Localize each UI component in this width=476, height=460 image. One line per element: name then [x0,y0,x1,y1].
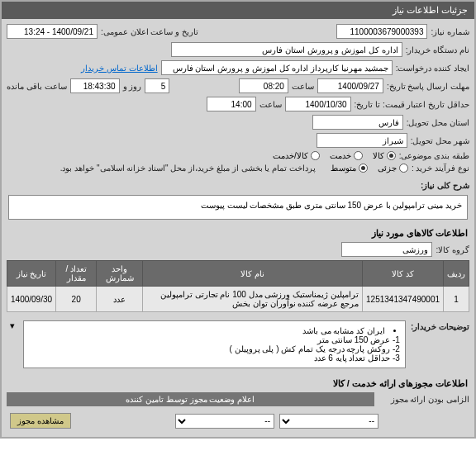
radio-medium[interactable]: متوسط [331,164,368,173]
status-select-2[interactable]: -- [175,414,274,429]
notes-list: ایران کد مشابه می باشد [29,326,400,335]
items-table: ردیف کد کالا نام کالا واحد شمارش تعداد /… [7,260,469,312]
label-hour2: ساعت [259,100,282,109]
cell-qty: 20 [56,287,97,312]
label-announce: تاریخ و ساعت اعلان عمومی: [101,27,198,36]
purchase-radio-group: جزئی متوسط [331,164,408,173]
field-buyer-org: اداره کل اموزش و پرورش استان فارس [171,42,402,57]
cell-name: ترامپلین ژیمناستیک ورزشی مدل 100 نام تجا… [143,287,363,312]
th-qty: تعداد / مقدار [56,261,97,287]
status-select-1[interactable]: -- [279,414,378,429]
field-city: شیراز [317,133,407,148]
row-need-no: شماره نیاز: 1100003679000393 تاریخ و ساع… [7,24,469,39]
label-deadline: مهلت ارسال پاسخ تاریخ: [387,82,469,91]
label-desc-title: شرح کلی نیاز: [421,181,469,190]
supplier-status-header: اعلام وضعیت مجوز توسط تامین کننده [7,392,374,406]
items-section-title: اطلاعات کالاهای مورد نیاز [7,225,469,242]
radio-label-goods: کالا [373,151,384,160]
permits-header-row: الزامی بودن ارائه مجوز اعلام وضعیت مجوز … [7,392,469,406]
label-need-no: شماره نیاز: [431,27,469,36]
row-buyer-notes: توضیحات خریدار: ایران کد مشابه می باشد 1… [7,317,469,372]
view-permit-button[interactable]: مشاهده مجوز [10,413,71,429]
field-deadline-date: 1400/09/27 [317,78,383,93]
th-unit: واحد شمارش [97,261,143,287]
permits-section-title: اطلاعات مجوزهای ارائه خدمت / کالا [7,375,469,392]
radio-circle-medium [359,164,368,173]
th-row: ردیف [444,261,469,287]
cell-date: 1400/09/30 [7,287,56,312]
radio-circle-goods [387,151,396,160]
cell-code: 1251341347490001 [363,287,444,312]
radio-label-service: خدمت [330,151,351,160]
category-radio-group: کالا خدمت کالا/خدمت [273,151,396,160]
label-buyer-org: نام دستگاه خریدار: [406,45,469,55]
main-panel: جزئیات اطلاعات نیاز شماره نیاز: 11000036… [0,0,476,439]
radio-circle-service [354,151,363,160]
desc-section: شرح کلی نیاز: خرید مینی ترامپولین با عرض… [7,181,469,220]
field-days: 5 [145,78,169,93]
row-buyer-org: نام دستگاه خریدار: اداره کل اموزش و پرور… [7,42,469,57]
note-item-3: 3- حداقل تعداد پایه 6 عدد [29,353,400,363]
row-province: استان محل تحویل: فارس [7,115,469,130]
row-goods-group: گروه کالا: ورزشی [7,242,469,257]
th-name: نام کالا [143,261,363,287]
description-box: خرید مینی ترامپولین با عرض 150 سانتی متر… [8,195,468,220]
field-goods-group: ورزشی [341,242,432,257]
label-category: طبقه بندی موضوعی: [399,151,469,160]
radio-circle-both [311,151,320,160]
radio-circle-small [399,164,408,173]
chevron-down-icon[interactable]: ▾ [7,317,18,334]
panel-body: شماره نیاز: 1100003679000393 تاریخ و ساع… [2,19,474,437]
radio-small[interactable]: جزئی [378,164,408,173]
permits-bottom-row: -- -- مشاهده مجوز [7,410,469,432]
label-requester: ایجاد کننده درخواست: [396,64,469,73]
radio-goods[interactable]: کالا [373,151,396,160]
row-city: شهر محل تحویل: شیراز [7,133,469,148]
field-requester: جمشید مهرنیا کارپرداز اداره کل اموزش و پ… [161,60,393,75]
label-province: استان محل تحویل: [407,118,469,127]
cell-idx: 1 [444,287,469,312]
radio-both[interactable]: کالا/خدمت [273,151,320,160]
note-item-1: 1- عرض 150 سانتی متر [29,335,400,344]
payment-note: پرداخت تمام یا بخشی از مبلغ خرید،از محل … [60,164,316,173]
field-province: فارس [312,115,403,130]
label-mandatory: الزامی بودن ارائه مجوز [391,395,469,404]
radio-service[interactable]: خدمت [330,151,363,160]
th-code: کد کالا [363,261,444,287]
row-validity: حداقل تاریخ اعتبار قیمت: تا تاریخ: 1400/… [7,97,469,111]
table-header-row: ردیف کد کالا نام کالا واحد شمارش تعداد /… [7,261,469,287]
radio-label-both: کالا/خدمت [273,151,308,160]
label-hour1: ساعت [292,82,314,91]
field-validity-time: 14:00 [207,97,256,111]
note-item-2: 2- روکش پارچه درجه یک تمام کش ( پلی پروپ… [29,344,400,353]
contact-link[interactable]: اطلاعات تماس خریدار [81,64,158,73]
cell-unit: عدد [97,287,143,312]
label-validity: حداقل تاریخ اعتبار قیمت: تا تاریخ: [355,100,469,109]
row-deadline: مهلت ارسال پاسخ تاریخ: 1400/09/27 ساعت 0… [7,78,469,93]
row-purchase-type: نوع فرآیند خرید : جزئی متوسط پرداخت تمام… [7,164,469,173]
panel-title: جزئیات اطلاعات نیاز [2,2,474,19]
radio-label-medium: متوسط [331,164,356,173]
label-purchase-type: نوع فرآیند خرید : [412,164,469,173]
row-category: طبقه بندی موضوعی: کالا خدمت کالا/خدمت [7,151,469,160]
th-date: تاریخ نیاز [7,261,56,287]
field-deadline-time: 08:20 [239,78,288,93]
row-requester: ایجاد کننده درخواست: جمشید مهرنیا کارپرد… [7,60,469,75]
label-city: شهر محل تحویل: [411,136,469,145]
table-row: 1 1251341347490001 ترامپلین ژیمناستیک ور… [7,287,469,312]
field-need-no: 1100003679000393 [336,24,427,39]
radio-label-small: جزئی [378,164,397,173]
buyer-notes-box: ایران کد مشابه می باشد 1- عرض 150 سانتی … [23,320,406,368]
label-remaining: ساعت باقی مانده [7,82,67,91]
label-goods-group: گروه کالا: [436,245,469,254]
label-buyer-notes: توضیحات خریدار: [411,317,469,331]
field-announce: 1400/09/21 - 13:24 [7,24,98,39]
note-intro: ایران کد مشابه می باشد [29,326,385,335]
field-remaining-time: 18:43:30 [70,78,120,93]
label-day-and: روز و [123,82,142,91]
field-validity-date: 1400/10/30 [285,97,351,111]
